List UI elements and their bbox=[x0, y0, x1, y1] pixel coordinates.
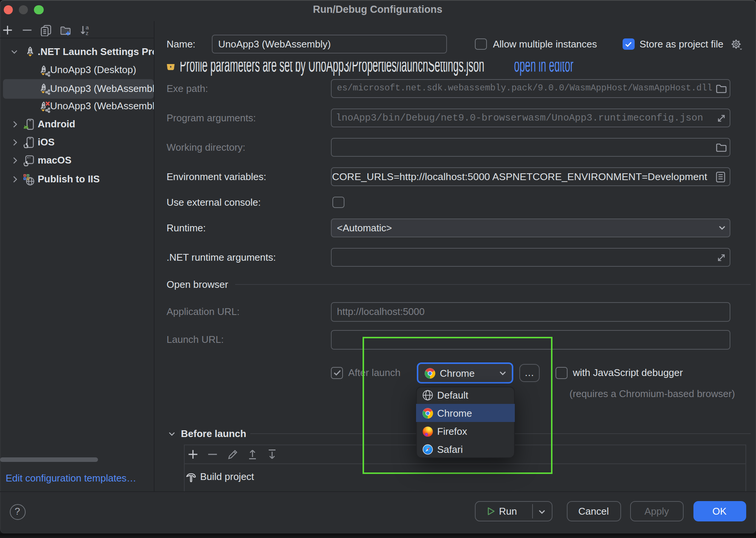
svg-text:a: a bbox=[85, 24, 89, 31]
svg-text:z: z bbox=[85, 30, 88, 36]
